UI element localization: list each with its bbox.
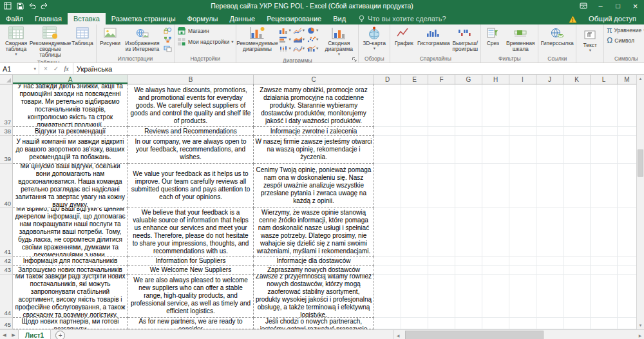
insert-function-button[interactable]: fx <box>61 65 71 72</box>
empty-cell[interactable] <box>564 136 591 164</box>
empty-cell[interactable] <box>428 84 455 127</box>
empty-cell[interactable] <box>591 275 618 318</box>
empty-cell[interactable] <box>482 318 509 329</box>
cell-col-a[interactable]: Відгуки та рекомендації <box>13 127 128 136</box>
empty-cell[interactable] <box>618 266 636 275</box>
empty-cell[interactable] <box>536 257 564 266</box>
empty-cell[interactable] <box>509 275 536 318</box>
column-header[interactable]: M <box>618 75 636 84</box>
pivot-chart-button[interactable]: Сводная диаграмма ▾ <box>320 25 357 57</box>
horizontal-scroll-track[interactable] <box>402 330 636 339</box>
tab-formulas[interactable]: Формулы <box>182 13 224 24</box>
empty-cell[interactable] <box>428 257 455 266</box>
table-button[interactable]: Таблица <box>70 25 95 47</box>
redo-button[interactable] <box>39 1 50 10</box>
cell-col-b[interactable]: We are also always pleased to welcome ne… <box>128 275 254 318</box>
column-header[interactable]: J <box>536 75 564 84</box>
empty-cell[interactable] <box>536 318 564 329</box>
formula-input[interactable]: Українська <box>73 63 644 74</box>
empty-cell[interactable] <box>509 257 536 266</box>
empty-cell[interactable] <box>374 208 401 257</box>
empty-cell[interactable] <box>482 84 509 127</box>
empty-cell[interactable] <box>455 84 482 127</box>
row-header[interactable]: 44 <box>0 275 13 318</box>
dialog-launcher-icon[interactable] <box>352 57 357 62</box>
map-3d-button[interactable]: 3D-карта ▾ <box>359 25 389 51</box>
empty-cell[interactable] <box>564 257 591 266</box>
cell-col-a[interactable]: Щодо нових партнерів, ми готові розгляну… <box>13 318 128 329</box>
cell-col-a[interactable]: У нашій компанії ми завжди відкриті до в… <box>13 136 128 164</box>
empty-cell[interactable] <box>591 257 618 266</box>
empty-cell[interactable] <box>536 84 564 127</box>
cell-col-b[interactable]: Information for Suppliers <box>128 257 254 266</box>
cell-col-c[interactable]: Zawsze mamy obniżki, promocje oraz dział… <box>254 84 374 127</box>
scroll-left-icon[interactable]: ◀ <box>394 330 402 339</box>
cell-col-a[interactable]: Ми цінуємо ваші відгуки, оскільки вони д… <box>13 164 128 208</box>
tab-review[interactable]: Рецензирование <box>261 13 327 24</box>
empty-cell[interactable] <box>618 257 636 266</box>
sheet-nav-right-icon[interactable]: ▶ <box>9 330 18 339</box>
row-header[interactable]: 38 <box>0 127 13 136</box>
empty-cell[interactable] <box>455 266 482 275</box>
empty-cell[interactable] <box>536 275 564 318</box>
empty-cell[interactable] <box>401 164 428 208</box>
column-header[interactable]: L <box>591 75 618 84</box>
store-button[interactable]: Магазин <box>175 25 211 36</box>
ribbon-display-options-icon[interactable] <box>574 0 592 12</box>
column-header[interactable]: B <box>128 75 254 84</box>
empty-cell[interactable] <box>509 266 536 275</box>
sparkline-line-button[interactable]: График <box>391 25 417 47</box>
my-addins-button[interactable]: Мои надстройки ▾ <box>175 36 235 47</box>
empty-cell[interactable] <box>536 164 564 208</box>
scroll-down-icon[interactable]: ▼ <box>637 322 644 329</box>
scroll-up-icon[interactable]: ▲ <box>637 75 644 82</box>
cell-col-b[interactable]: We believe that your feedback is a valua… <box>128 208 254 257</box>
empty-cell[interactable] <box>564 127 591 136</box>
combo-chart-button[interactable]: ▾ <box>306 44 319 53</box>
sheet-nav-left-icon[interactable]: ◀ <box>0 330 9 339</box>
cell-col-b[interactable]: We always have discounts, promotions, an… <box>128 84 254 127</box>
empty-cell[interactable] <box>536 127 564 136</box>
empty-cell[interactable] <box>401 127 428 136</box>
slicer-button[interactable]: Срез <box>482 25 504 47</box>
empty-cell[interactable] <box>591 84 618 127</box>
empty-cell[interactable] <box>401 136 428 164</box>
empty-cell[interactable] <box>374 266 401 275</box>
empty-cell[interactable] <box>536 266 564 275</box>
cell-col-b[interactable]: We Welcome New Suppliers <box>128 266 254 275</box>
activation-warning-icon[interactable] <box>565 15 581 24</box>
empty-cell[interactable] <box>564 318 591 329</box>
empty-cell[interactable] <box>455 318 482 329</box>
share-button[interactable]: Общий доступ <box>581 13 644 24</box>
row-header[interactable]: 45 <box>0 318 13 329</box>
cell-col-b[interactable]: Reviews and Recommendations <box>128 127 254 136</box>
text-button[interactable]: Текст ▾ <box>577 25 603 53</box>
cell-col-a[interactable]: Запрошуємо нових постачальників <box>13 266 128 275</box>
cell-col-a[interactable]: Ми також завжди раді зустріти нових пост… <box>13 275 128 318</box>
cell-col-c[interactable]: Cenimy Twoją opinię, ponieważ pomaga nam… <box>254 164 374 208</box>
bar-chart-button[interactable]: ▾ <box>278 35 291 44</box>
tab-file[interactable]: Файл <box>0 13 29 24</box>
empty-cell[interactable] <box>591 318 618 329</box>
empty-cell[interactable] <box>482 208 509 257</box>
empty-cell[interactable] <box>401 275 428 318</box>
cell-col-c[interactable]: Wierzymy, że wasze opinie stanowią cenne… <box>254 208 374 257</box>
cell-col-c[interactable]: Zapraszamy nowych dostawców <box>254 266 374 275</box>
tab-data[interactable]: Данные <box>223 13 261 24</box>
recommended-charts-button[interactable]: Рекомендуемые диаграммы <box>237 25 277 53</box>
scroll-right-icon[interactable]: ▶ <box>636 330 644 339</box>
empty-cell[interactable] <box>591 164 618 208</box>
empty-cell[interactable] <box>509 318 536 329</box>
column-header[interactable]: I <box>509 75 536 84</box>
sparkline-column-button[interactable]: Гистограмма <box>417 25 450 47</box>
column-header[interactable]: H <box>482 75 509 84</box>
horizontal-scrollbar[interactable]: ◀ ▶ <box>393 330 644 339</box>
column-header[interactable]: D <box>374 75 401 84</box>
symbol-button[interactable]: Ω Символ <box>605 35 636 46</box>
row-header[interactable]: 39 <box>0 136 13 164</box>
shapes-icon[interactable] <box>162 26 173 34</box>
empty-cell[interactable] <box>374 318 401 329</box>
row-header[interactable]: 37 <box>0 84 13 127</box>
cell-col-c[interactable]: Zawsze z przyjemnością witamy również no… <box>254 275 374 318</box>
empty-cell[interactable] <box>536 136 564 164</box>
